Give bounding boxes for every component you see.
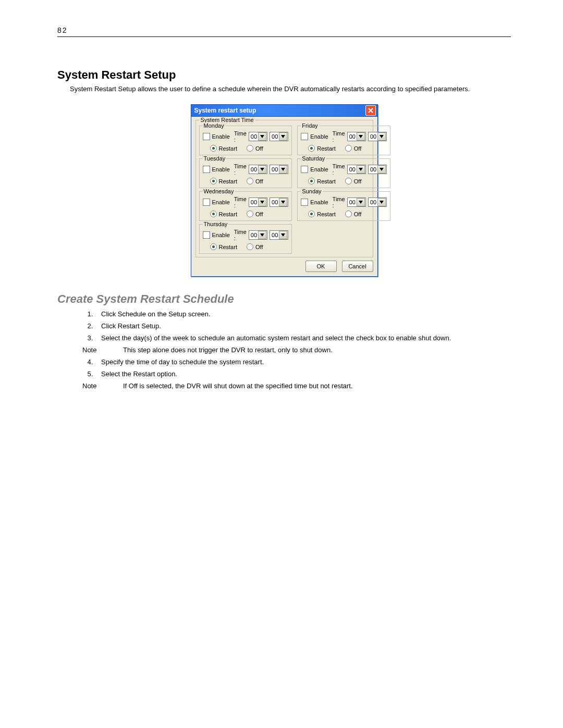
step-item: Click Schedule on the Setup screen. <box>95 310 511 318</box>
time-dropdown[interactable]: 00 <box>347 165 366 174</box>
cancel-button[interactable]: Cancel <box>342 261 373 272</box>
chevron-down-icon <box>279 132 287 141</box>
off-radio[interactable] <box>247 243 253 250</box>
restart-label: Restart <box>317 178 335 184</box>
time-dropdown[interactable]: 00 <box>270 165 288 174</box>
dropdown-value: 00 <box>349 166 356 172</box>
ok-button[interactable]: OK <box>305 261 337 272</box>
day-group-saturday: SaturdayEnableTime :0000RestartOff <box>297 158 390 188</box>
chevron-down-icon <box>377 198 386 206</box>
off-radio[interactable] <box>345 178 352 184</box>
off-label: Off <box>255 244 263 250</box>
day-label: Friday <box>301 122 319 129</box>
day-group-wednesday: WednesdayEnableTime :0000RestartOff <box>199 191 292 221</box>
time-label: Time : <box>234 229 247 241</box>
day-group-thursday: ThursdayEnableTime :0000RestartOff <box>199 224 292 254</box>
chevron-down-icon <box>279 198 287 206</box>
day-label: Wednesday <box>203 188 235 194</box>
chevron-down-icon <box>377 165 386 174</box>
dropdown-value: 00 <box>349 199 356 205</box>
time-dropdown[interactable]: 00 <box>249 198 267 207</box>
restart-radio[interactable] <box>210 178 217 184</box>
dialog-title: System restart setup <box>194 107 256 114</box>
enable-label: Enable <box>212 133 230 140</box>
time-label: Time : <box>333 196 345 208</box>
enable-checkbox[interactable] <box>203 199 210 206</box>
time-dropdown[interactable]: 00 <box>270 230 288 240</box>
dialog-screenshot: System restart setup System Restart Time… <box>57 104 511 277</box>
chevron-down-icon <box>258 231 266 239</box>
note-text: If Off is selected, the DVR will shut do… <box>123 382 353 390</box>
time-dropdown[interactable]: 00 <box>270 132 288 141</box>
off-label: Off <box>255 211 263 217</box>
time-dropdown[interactable]: 00 <box>368 165 387 174</box>
day-group-friday: FridayEnableTime :0000RestartOff <box>297 126 390 155</box>
note-text: This step alone does not trigger the DVR… <box>123 346 333 354</box>
step-item: Specify the time of day to schedule the … <box>95 358 511 366</box>
header-rule <box>57 36 511 37</box>
restart-radio[interactable] <box>210 145 217 152</box>
off-radio[interactable] <box>247 211 253 217</box>
enable-label: Enable <box>212 232 230 238</box>
dropdown-value: 00 <box>272 199 278 205</box>
steps-list: Specify the time of day to schedule the … <box>82 358 511 378</box>
time-dropdown[interactable]: 00 <box>347 132 366 141</box>
restart-radio[interactable] <box>308 211 315 217</box>
restart-label: Restart <box>317 211 335 217</box>
close-icon[interactable] <box>365 105 376 116</box>
time-dropdown[interactable]: 00 <box>249 230 267 240</box>
dropdown-value: 00 <box>272 133 278 140</box>
section-title: System Restart Setup <box>57 68 511 82</box>
off-label: Off <box>255 145 263 152</box>
dropdown-value: 00 <box>370 166 376 172</box>
enable-label: Enable <box>212 166 230 172</box>
step-item: Click Restart Setup. <box>95 322 511 330</box>
enable-checkbox[interactable] <box>203 231 210 239</box>
subsection-title: Create System Restart Schedule <box>57 292 511 306</box>
dropdown-value: 00 <box>370 133 376 140</box>
restart-radio[interactable] <box>308 178 315 184</box>
chevron-down-icon <box>258 165 266 174</box>
enable-checkbox[interactable] <box>203 133 210 140</box>
empty-cell <box>297 224 390 254</box>
chevron-down-icon <box>357 198 365 206</box>
time-label: Time : <box>234 163 247 176</box>
chevron-down-icon <box>357 132 365 141</box>
day-group-sunday: SundayEnableTime :0000RestartOff <box>297 191 390 221</box>
enable-checkbox[interactable] <box>301 166 308 173</box>
restart-label: Restart <box>219 145 237 152</box>
off-label: Off <box>255 178 263 184</box>
off-radio[interactable] <box>345 211 352 217</box>
steps-list: Click Schedule on the Setup screen. Clic… <box>82 310 511 342</box>
chevron-down-icon <box>279 231 287 239</box>
time-dropdown[interactable]: 00 <box>249 165 267 174</box>
day-label: Tuesday <box>203 155 227 162</box>
restart-label: Restart <box>219 178 237 184</box>
enable-checkbox[interactable] <box>301 199 308 206</box>
restart-radio[interactable] <box>308 145 315 152</box>
intro-text: System Restart Setup allows the user to … <box>70 85 511 93</box>
time-dropdown[interactable]: 00 <box>368 132 387 141</box>
dropdown-value: 00 <box>251 199 257 205</box>
chevron-down-icon <box>357 165 365 174</box>
time-label: Time : <box>234 130 247 143</box>
note-label: Note <box>82 382 123 390</box>
off-label: Off <box>354 145 361 152</box>
time-dropdown[interactable]: 00 <box>368 198 387 207</box>
off-radio[interactable] <box>345 145 352 152</box>
enable-checkbox[interactable] <box>203 166 210 173</box>
enable-label: Enable <box>212 199 230 205</box>
time-dropdown[interactable]: 00 <box>347 198 366 207</box>
time-label: Time : <box>333 163 345 176</box>
system-restart-time-group: System Restart Time MondayEnableTime :00… <box>195 120 373 257</box>
time-dropdown[interactable]: 00 <box>270 198 288 207</box>
chevron-down-icon <box>377 132 386 141</box>
day-label: Sunday <box>301 188 322 194</box>
off-radio[interactable] <box>247 178 253 184</box>
off-radio[interactable] <box>247 145 253 152</box>
restart-radio[interactable] <box>210 211 217 217</box>
enable-checkbox[interactable] <box>301 133 308 140</box>
restart-radio[interactable] <box>210 243 217 250</box>
time-label: Time : <box>234 196 247 208</box>
time-dropdown[interactable]: 00 <box>249 132 267 141</box>
